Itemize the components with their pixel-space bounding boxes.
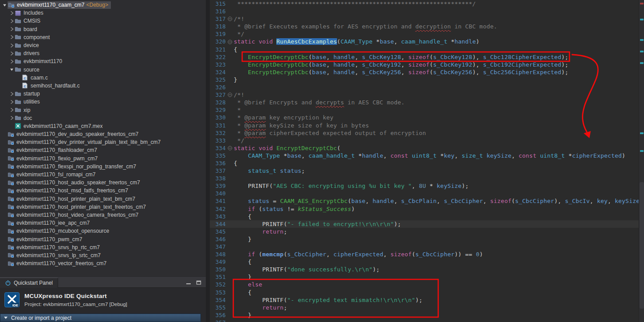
- tree-item-device[interactable]: device: [0, 41, 206, 49]
- overview-ruler[interactable]: [639, 0, 644, 322]
- code-line-327[interactable]: 327/*!: [210, 91, 639, 99]
- code-line-328[interactable]: 328 * @brief Encrypts and decrypts in AE…: [210, 99, 639, 106]
- code-line-318[interactable]: 318 * @brief Executes examples for AES e…: [210, 23, 639, 30]
- code-line-345[interactable]: 345 return;: [210, 228, 639, 235]
- tree-item-evkbmimxrt1170_host_printer_plain_text_freertos_cm7[interactable]: evkbmimxrt1170_host_printer_plain_text_f…: [0, 203, 206, 211]
- fold-marker-icon[interactable]: [226, 38, 234, 45]
- fold-marker-icon[interactable]: [226, 15, 234, 23]
- tree-item-xip[interactable]: xip: [0, 106, 206, 114]
- code-line-357[interactable]: 357: [210, 319, 639, 322]
- scrollbar-thumb[interactable]: [640, 182, 644, 309]
- ruler-mark-3[interactable]: [640, 39, 644, 41]
- expander-closed-icon[interactable]: [9, 10, 15, 16]
- tree-item-CMSIS[interactable]: CMSIS: [0, 17, 206, 25]
- code-line-340[interactable]: 340: [210, 190, 639, 197]
- expander-open-icon[interactable]: [2, 2, 8, 8]
- code-line-348[interactable]: 348 if (memcmp(s_CbcCipher, cipherExpect…: [210, 250, 639, 258]
- code-line-315[interactable]: 315 ************************************…: [210, 0, 639, 8]
- expander-closed-icon[interactable]: [9, 107, 15, 113]
- ruler-mark-7[interactable]: [640, 150, 644, 152]
- code-line-337[interactable]: 337 status_t status;: [210, 167, 639, 175]
- fold-marker-icon[interactable]: [226, 144, 234, 152]
- code-line-336[interactable]: 336{: [210, 159, 639, 167]
- expander-closed-icon[interactable]: [9, 18, 15, 24]
- code-line-325[interactable]: 325}: [210, 76, 639, 83]
- tree-item-doc[interactable]: doc: [0, 114, 206, 122]
- code-line-351[interactable]: 351 }: [210, 273, 639, 281]
- tree-item-evkbmimxrt1170_flashloader_cm7[interactable]: evkbmimxrt1170_flashloader_cm7: [0, 146, 206, 154]
- code-line-324[interactable]: 324 EncryptDecryptCbc(base, handle, s_Cb…: [210, 68, 639, 76]
- code-line-339[interactable]: 339 PRINTF("AES CBC: encrypting using %u…: [210, 182, 639, 190]
- quickstart-panel-tab[interactable]: Quickstart Panel: [0, 278, 58, 288]
- tree-item-component[interactable]: component: [0, 33, 206, 41]
- tree-item-evkbmimxrt1170_snvs_lp_srtc_cm7[interactable]: evkbmimxrt1170_snvs_lp_srtc_cm7: [0, 251, 206, 259]
- tree-item-evkbmimxrt1170_flexio_pwm_cm7[interactable]: evkbmimxrt1170_flexio_pwm_cm7: [0, 155, 206, 163]
- tree-item-evkbmimxrt1170_host_msd_fatfs_freertos_cm7[interactable]: evkbmimxrt1170_host_msd_fatfs_freertos_c…: [0, 187, 206, 195]
- code-line-346[interactable]: 346 }: [210, 235, 639, 243]
- code-line-317[interactable]: 317/*!: [210, 15, 639, 23]
- code-line-354[interactable]: 354 PRINTF("- encrypted text mismatch!\r…: [210, 296, 639, 304]
- tree-item-Includes[interactable]: Includes: [0, 9, 206, 17]
- code-line-349[interactable]: 349 {: [210, 258, 639, 266]
- tree-item-evkbmimxrt1170[interactable]: evkbmimxrt1170: [0, 57, 206, 65]
- code-line-322[interactable]: 322 EncryptDecryptCbc(base, handle, s_Cb…: [210, 53, 639, 61]
- code-line-353[interactable]: 353 {: [210, 289, 639, 296]
- tree-item-evkbmimxrt1170_dev_printer_virtual_plain_text_lite_bm_cm7[interactable]: evkbmimxrt1170_dev_printer_virtual_plain…: [0, 138, 206, 146]
- fold-marker-icon[interactable]: [226, 91, 234, 99]
- code-line-350[interactable]: 350 PRINTF("done successfully.\r\n");: [210, 266, 639, 273]
- code-line-319[interactable]: 319 */: [210, 30, 639, 38]
- tree-item-startup[interactable]: startup: [0, 90, 206, 98]
- code-line-352[interactable]: 352 else: [210, 281, 639, 288]
- tree-item-evkbmimxrt1170_vector_freertos_cm7[interactable]: evkbmimxrt1170_vector_freertos_cm7: [0, 259, 206, 267]
- code-line-342[interactable]: 342 if (status != kStatus_Success): [210, 205, 639, 213]
- code-line-326[interactable]: 326: [210, 83, 639, 91]
- tree-item-evkbmimxrt1170_mcuboot_opensource[interactable]: evkbmimxrt1170_mcuboot_opensource: [0, 227, 206, 235]
- tree-item-evkbmimxrt1170_caam_cm7.mex[interactable]: evkbmimxrt1170_caam_cm7.mex: [0, 122, 206, 130]
- code-line-332[interactable]: 332 * @param cipherExpected expected out…: [210, 129, 639, 137]
- code-line-347[interactable]: 347: [210, 243, 639, 250]
- code-area[interactable]: 315 ************************************…: [210, 0, 639, 322]
- tree-item-drivers[interactable]: drivers: [0, 49, 206, 57]
- tree-item-evkbmimxrt1170_snvs_hp_rtc_cm7[interactable]: evkbmimxrt1170_snvs_hp_rtc_cm7: [0, 243, 206, 251]
- tree-item-evkbmimxrt1170_fsl_romapi_cm7[interactable]: evkbmimxrt1170_fsl_romapi_cm7: [0, 171, 206, 179]
- minimize-icon[interactable]: [185, 280, 191, 286]
- code-line-333[interactable]: 333 */: [210, 137, 639, 144]
- tree-item-utilities[interactable]: utilities: [0, 98, 206, 106]
- expander-closed-icon[interactable]: [9, 34, 15, 40]
- ruler-mark-2[interactable]: [640, 19, 644, 20]
- expander-closed-icon[interactable]: [9, 99, 15, 105]
- tree-item-evkbmimxrt1170_host_printer_plain_text_bm_cm7[interactable]: evkbmimxrt1170_host_printer_plain_text_b…: [0, 195, 206, 203]
- code-line-344[interactable]: 344 PRINTF("- failed to encrypt!\r\n\r\n…: [210, 220, 639, 228]
- code-line-323[interactable]: 323 EncryptDecryptCbc(base, handle, s_Cb…: [210, 61, 639, 68]
- tree-item-caam.c[interactable]: ccaam.c: [0, 74, 206, 82]
- code-line-331[interactable]: 331 * @param keySize size of key in byte…: [210, 122, 639, 129]
- maximize-icon[interactable]: [196, 280, 201, 286]
- tree-item-evkbmimxrt1170_iee_apc_cm7[interactable]: evkbmimxrt1170_iee_apc_cm7: [0, 219, 206, 227]
- expander-closed-icon[interactable]: [9, 59, 15, 64]
- tree-item-evkbmimxrt1170_host_audio_speaker_freertos_cm7[interactable]: evkbmimxrt1170_host_audio_speaker_freert…: [0, 179, 206, 187]
- code-line-355[interactable]: 355 return;: [210, 304, 639, 311]
- tree-item-evkbmimxrt1170_pwm_cm7[interactable]: evkbmimxrt1170_pwm_cm7: [0, 235, 206, 243]
- code-line-335[interactable]: 335 CAAM_Type *base, caam_handle_t *hand…: [210, 152, 639, 159]
- expander-closed-icon[interactable]: [9, 43, 15, 48]
- code-line-316[interactable]: 316: [210, 8, 639, 15]
- code-line-343[interactable]: 343 {: [210, 213, 639, 220]
- ruler-mark-6[interactable]: [640, 132, 644, 134]
- tree-item-evkbmimxrt1170_caam_cm7[interactable]: evkbmimxrt1170_caam_cm7 <Debug>: [0, 1, 206, 9]
- ruler-mark-5[interactable]: [640, 62, 644, 64]
- code-line-334[interactable]: 334static void EncryptDecryptCbc(: [210, 144, 639, 152]
- code-line-356[interactable]: 356 }: [210, 311, 639, 319]
- expander-closed-icon[interactable]: [9, 115, 15, 121]
- tree-item-evkbmimxrt1170_host_video_camera_freertos_cm7[interactable]: evkbmimxrt1170_host_video_camera_freerto…: [0, 211, 206, 219]
- code-line-341[interactable]: 341 status = CAAM_AES_EncryptCbc(base, h…: [210, 197, 639, 205]
- code-line-338[interactable]: 338: [210, 175, 639, 182]
- ruler-mark-4[interactable]: [640, 51, 644, 52]
- expander-closed-icon[interactable]: [9, 91, 15, 97]
- code-line-321[interactable]: 321{: [210, 46, 639, 53]
- code-line-320[interactable]: 320static void RunAesCbcExamples(CAAM_Ty…: [210, 38, 639, 45]
- expander-closed-icon[interactable]: [9, 26, 15, 32]
- code-line-329[interactable]: 329 *: [210, 106, 639, 114]
- tree-item-evkbmimxrt1170_flexspi_nor_polling_transfer_cm7[interactable]: evkbmimxrt1170_flexspi_nor_polling_trans…: [0, 163, 206, 171]
- tree-item-evkbmimxrt1170_dev_audio_speaker_freertos_cm7[interactable]: evkbmimxrt1170_dev_audio_speaker_freerto…: [0, 130, 206, 138]
- tree-item-semihost_hardfault.c[interactable]: csemihost_hardfault.c: [0, 82, 206, 90]
